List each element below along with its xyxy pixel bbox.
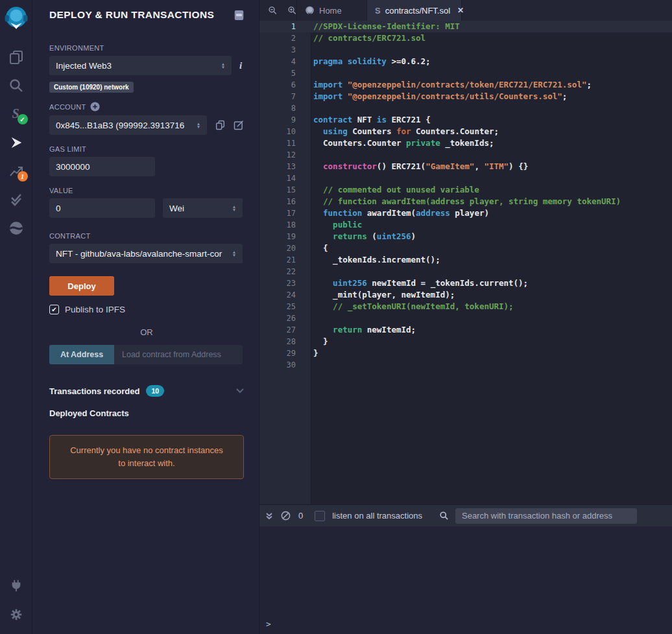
line-text: Counters.Counter private _tokenIds; [311,137,494,149]
terminal-prompt: > [266,619,271,629]
line-number: 27 [259,324,311,336]
code-line[interactable]: 23 uint256 newItemId = _tokenIds.current… [259,277,672,289]
compile-success-badge: ✓ [18,114,28,124]
gear-icon [9,607,23,622]
gas-limit-label: GAS LIMIT [49,145,244,153]
code-editor[interactable]: 1//SPDX-License-Identifier: MIT2// contr… [259,21,672,504]
code-line[interactable]: 4pragma solidity >=0.6.2; [259,56,672,67]
listen-transactions-checkbox[interactable] [315,511,325,521]
line-text: import "@openzeppelin/contracts/token/ER… [311,79,592,91]
line-text: // function awardItem(address player, st… [311,196,621,207]
value-input[interactable] [49,198,155,218]
line-number: 12 [259,149,311,161]
documentation-link[interactable] [234,10,244,21]
sidebar-item-file-explorer[interactable] [0,43,32,71]
code-line[interactable]: 13 constructor() ERC721("GameItem", "ITM… [259,161,672,172]
line-number: 18 [259,219,311,231]
transactions-count-badge: 10 [146,385,164,397]
code-line[interactable]: 11 Counters.Counter private _tokenIds; [259,137,672,149]
sidebar-item-solidity-compiler[interactable]: S ✓ [0,100,32,128]
environment-label: ENVIRONMENT [49,44,244,52]
gas-limit-input[interactable] [49,157,155,176]
code-line[interactable]: 22 [259,266,672,277]
publish-ipfs-checkbox[interactable]: ✔ [49,305,59,314]
line-number: 22 [259,266,311,277]
terminal-clear-button[interactable] [281,511,291,521]
close-tab-icon[interactable]: ✕ [457,6,464,15]
file-explorer-icon [8,49,24,65]
terminal-output[interactable]: > [259,526,672,634]
code-lines: 1//SPDX-License-Identifier: MIT2// contr… [259,21,672,371]
sign-message-button[interactable] [234,120,244,130]
code-line[interactable]: 26 [259,312,672,324]
line-number: 29 [259,347,311,359]
code-line[interactable]: 2// contracts/ERC721.sol [259,32,672,44]
at-address-button[interactable]: At Address [49,345,114,364]
code-line[interactable]: 8 [259,102,672,114]
account-select[interactable]: 0x845...B1aB3 (999992.3913716 ▲▼ [49,115,207,135]
tab-home[interactable]: Home [296,0,366,21]
code-line[interactable]: 5 [259,67,672,79]
code-line[interactable]: 16 // function awardItem(address player,… [259,196,672,207]
value-unit-select[interactable]: Wei ▲▼ [163,198,243,218]
code-line[interactable]: 12 [259,149,672,161]
line-text [311,67,313,79]
line-number: 4 [259,56,311,67]
select-stepper-icon: ▲▼ [231,250,237,257]
terminal-search-input[interactable] [455,508,637,524]
code-line[interactable]: 21 _tokenIds.increment(); [259,254,672,266]
value-label: VALUE [49,187,244,194]
line-text: return newItemId; [311,324,416,336]
code-line[interactable]: 19 returns (uint256) [259,231,672,242]
line-text [311,44,313,56]
panel-title: DEPLOY & RUN TRANSACTIONS [49,9,214,21]
tab-nft-sol[interactable]: S contracts/NFT.sol ✕ [366,0,462,21]
code-line[interactable]: 14 [259,172,672,184]
code-line[interactable]: 10 using Counters for Counters.Counter; [259,126,672,137]
terminal-collapse-button[interactable] [265,512,273,520]
sidebar-item-sourcify[interactable] [0,214,32,242]
code-line[interactable]: 15 // commented out unused variable [259,184,672,196]
chevron-down-icon [236,388,244,393]
contract-select[interactable]: NFT - github/ava-labs/avalanche-smart-co… [49,244,243,263]
code-line[interactable]: 28 } [259,336,672,347]
sidebar-item-static-analysis[interactable]: 1 [0,157,32,185]
code-line[interactable]: 18 public [259,219,672,231]
sidebar-item-settings[interactable] [0,600,32,629]
code-line[interactable]: 29} [259,347,672,359]
app-logo[interactable] [0,4,32,32]
line-text: returns (uint256) [311,231,416,242]
code-line[interactable]: 17 function awardItem(address player) [259,207,672,219]
sidebar-item-search[interactable] [0,71,32,100]
code-line[interactable]: 3 [259,44,672,56]
at-address-input[interactable] [114,345,243,364]
line-number: 1 [259,21,311,32]
deploy-button[interactable]: Deploy [49,276,114,296]
sidebar-item-deploy-run[interactable] [0,128,32,157]
zoom-out-icon[interactable] [268,5,278,16]
code-line[interactable]: 25 // _setTokenURI(newItemId, tokenURI); [259,301,672,312]
code-line[interactable]: 6import "@openzeppelin/contracts/token/E… [259,79,672,91]
code-line[interactable]: 7import "@openzeppelin/contracts/utils/C… [259,91,672,102]
remix-ide-window: S ✓ 1 [0,0,672,634]
code-line[interactable]: 1//SPDX-License-Identifier: MIT [259,21,672,32]
environment-info-icon[interactable]: i [239,60,242,71]
sidebar-item-plugin-manager[interactable] [0,572,32,600]
sidebar-item-unit-testing[interactable] [0,185,32,214]
listen-transactions-label: listen on all transactions [332,511,422,521]
transactions-expand-toggle[interactable] [236,388,244,393]
copy-account-button[interactable] [215,120,225,130]
add-account-icon[interactable] [90,102,100,112]
zoom-in-icon[interactable] [287,5,297,16]
line-number: 13 [259,161,311,172]
network-badge: Custom (10920) network [49,82,134,93]
code-line[interactable]: 24 _mint(player, newItemId); [259,289,672,301]
line-number: 28 [259,336,311,347]
environment-select[interactable]: Injected Web3 ▲▼ [49,56,232,75]
line-text: { [311,242,328,254]
code-line[interactable]: 27 return newItemId; [259,324,672,336]
code-line[interactable]: 30 [259,359,672,371]
code-line[interactable]: 20 { [259,242,672,254]
deployed-contracts-label: Deployed Contracts [49,408,244,418]
code-line[interactable]: 9contract NFT is ERC721 { [259,114,672,126]
